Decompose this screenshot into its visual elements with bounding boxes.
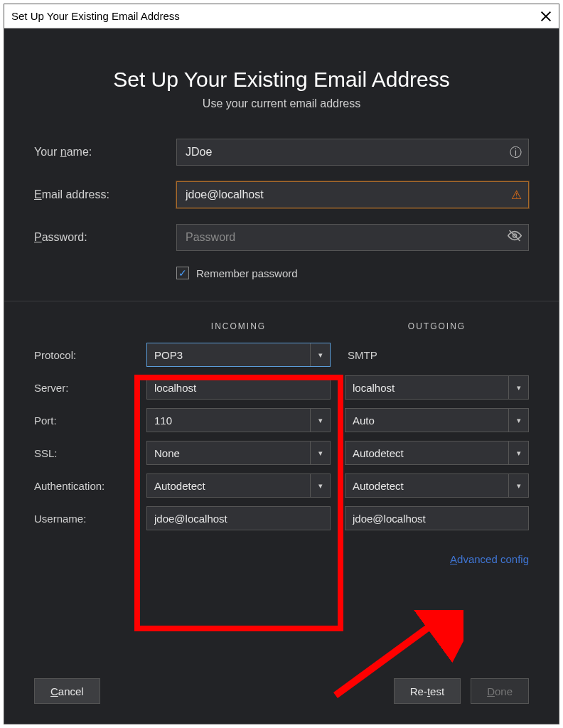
auth-out-value: Autodetect [353, 480, 404, 492]
port-out-value: Auto [353, 414, 375, 427]
auth-in-value: Autodetect [154, 480, 205, 492]
ssl-label: SSL: [34, 447, 146, 459]
outgoing-header: OUTGOING [345, 321, 529, 331]
chevron-down-icon: ▾ [508, 474, 528, 497]
email-input[interactable] [176, 181, 529, 208]
ssl-out-select[interactable]: Autodetect ▾ [345, 441, 529, 465]
port-in-select[interactable]: 110 ▾ [146, 408, 331, 432]
auth-out-select[interactable]: Autodetect ▾ [345, 473, 529, 498]
password-label: Password: [34, 231, 176, 244]
email-setup-window: Set Up Your Existing Email Address Set U… [4, 4, 559, 724]
chevron-down-icon: ▾ [310, 343, 330, 366]
port-in-value: 110 [154, 414, 172, 427]
window-title: Set Up Your Existing Email Address [11, 10, 180, 22]
username-in-input[interactable] [146, 506, 331, 530]
email-label: Email address: [34, 188, 176, 201]
remember-label: Remember password [196, 267, 298, 279]
port-out-select[interactable]: Auto ▾ [345, 408, 529, 432]
incoming-header: INCOMING [146, 321, 331, 331]
dialog-subtitle: Use your current email address [18, 97, 545, 110]
chevron-down-icon: ▾ [508, 376, 528, 399]
protocol-in-value: POP3 [154, 349, 183, 361]
chevron-down-icon: ▾ [508, 441, 528, 464]
protocol-label: Protocol: [34, 349, 146, 361]
ssl-in-value: None [154, 447, 180, 459]
cancel-button[interactable]: Cancel [34, 678, 100, 704]
auth-in-select[interactable]: Autodetect ▾ [146, 473, 331, 498]
server-out-value: localhost [353, 382, 395, 394]
dialog-title: Set Up Your Existing Email Address [18, 68, 545, 92]
dialog-header: Set Up Your Existing Email Address Use y… [4, 28, 559, 132]
dialog-buttons: Cancel Re-test Done [34, 678, 529, 704]
warning-icon: ⚠ [511, 188, 522, 203]
close-icon[interactable] [540, 11, 552, 22]
account-form: Your name: ⓘ Email address: ⚠ Password: [4, 132, 559, 279]
name-input[interactable] [176, 139, 529, 166]
port-label: Port: [34, 414, 146, 427]
ssl-in-select[interactable]: None ▾ [146, 441, 331, 465]
ssl-out-value: Autodetect [353, 447, 404, 459]
protocol-in-select[interactable]: POP3 ▾ [146, 343, 331, 367]
chevron-down-icon: ▾ [310, 409, 330, 432]
name-label: Your name: [34, 146, 176, 159]
chevron-down-icon: ▾ [310, 474, 330, 497]
server-label: Server: [34, 382, 146, 394]
server-out-select[interactable]: localhost ▾ [345, 375, 529, 400]
chevron-down-icon: ▾ [310, 441, 330, 464]
window-titlebar: Set Up Your Existing Email Address [4, 4, 559, 28]
info-icon[interactable]: ⓘ [510, 144, 522, 161]
chevron-down-icon: ▾ [508, 409, 528, 432]
username-out-input[interactable] [345, 506, 529, 530]
username-label: Username: [34, 513, 146, 525]
retest-button[interactable]: Re-test [394, 678, 461, 704]
advanced-config-link[interactable]: Advanced config [450, 553, 529, 565]
protocol-out-value: SMTP [345, 343, 529, 367]
done-button[interactable]: Done [471, 678, 529, 704]
remember-checkbox[interactable]: ✓ [176, 267, 189, 279]
server-config: INCOMING OUTGOING Protocol: POP3 ▾ SMTP … [4, 301, 559, 546]
password-input[interactable] [176, 224, 529, 251]
server-in-input[interactable] [146, 375, 331, 400]
eye-off-icon[interactable] [508, 229, 522, 247]
auth-label: Authentication: [34, 480, 146, 492]
